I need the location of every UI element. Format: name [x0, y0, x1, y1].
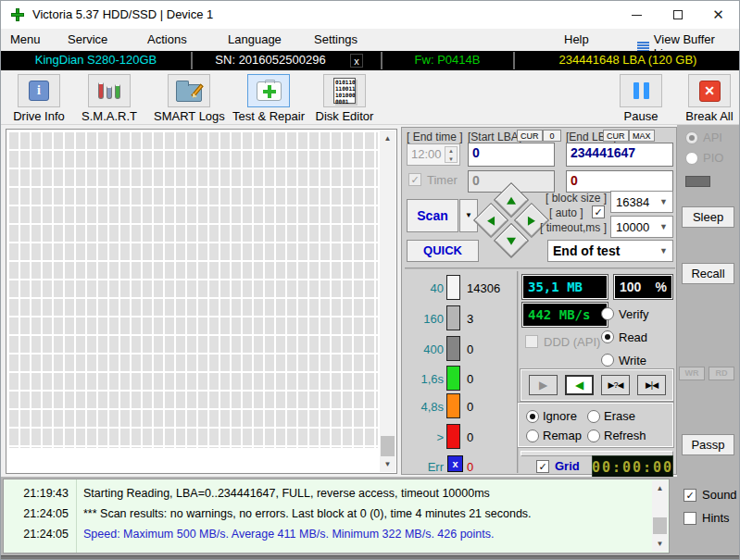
- folder-pencil-icon: [176, 84, 202, 102]
- grid-checkbox[interactable]: ✓: [536, 460, 549, 473]
- hints-label: Hints: [702, 511, 730, 525]
- stat-count-40: 14306: [467, 281, 500, 295]
- drive-info-button[interactable]: i Drive Info: [8, 74, 69, 123]
- minimize-button[interactable]: [616, 1, 658, 29]
- block-size-combo[interactable]: 16384 ▼: [610, 191, 673, 213]
- stat-label-1-6s: 1,6s: [407, 372, 444, 386]
- lba-offset-input[interactable]: 0: [566, 170, 673, 193]
- break-all-button[interactable]: ✕ Break All: [679, 74, 740, 123]
- api-label: API: [703, 131, 722, 144]
- log-scrollbar[interactable]: ▲ ▼: [652, 480, 668, 552]
- refresh-radio[interactable]: [587, 429, 600, 442]
- end-time-value: 12:00: [411, 147, 442, 161]
- timeout-combo[interactable]: 10000 ▼: [610, 216, 673, 238]
- seek-forward-button[interactable]: ▶: [529, 375, 558, 395]
- recall-button[interactable]: Recall: [682, 263, 734, 284]
- seek-back-button[interactable]: ◀: [565, 375, 594, 395]
- side-panel: API PIO Sleep Recall WR RD Passp: [677, 125, 740, 477]
- verify-radio[interactable]: [601, 307, 614, 320]
- device-model[interactable]: KingDian S280-120GB: [1, 53, 191, 67]
- menu-item-help[interactable]: Help: [564, 32, 589, 46]
- error-action-group: Ignore Erase Remap Refresh: [518, 403, 673, 447]
- err-x-icon: x: [452, 458, 458, 469]
- log-message: Speed: Maximum 500 MB/s. Average 411 MB/…: [83, 525, 495, 544]
- rd-button[interactable]: RD: [709, 367, 734, 380]
- read-radio[interactable]: [601, 330, 614, 343]
- scroll-up-icon[interactable]: ▲: [380, 131, 395, 146]
- end-lba-input[interactable]: 234441647: [566, 143, 673, 167]
- end-cur-button[interactable]: CUR: [603, 130, 629, 142]
- start-cur-button[interactable]: CUR: [517, 130, 543, 142]
- timeout-label: [ timeout,ms ]: [538, 221, 607, 234]
- seek-edge-icon: ▶|◀: [646, 380, 658, 390]
- device-tab-close-button[interactable]: x: [350, 54, 363, 68]
- stat-block-160: [446, 305, 460, 330]
- seek-edge-button[interactable]: ▶|◀: [637, 375, 666, 395]
- end-time-spinner[interactable]: 12:00 ▲▼: [407, 143, 460, 166]
- pio-radio[interactable]: [685, 152, 698, 165]
- smart-button[interactable]: S.M.A.R.T: [79, 74, 140, 123]
- wr-button[interactable]: WR: [679, 367, 705, 380]
- log-time: 21:24:05: [4, 525, 69, 544]
- app-icon: [11, 8, 24, 21]
- main-area: ▲ ▼ [ End time ] 12:00 ▲▼ [Start LBA] CU…: [1, 125, 739, 477]
- start-zero-button[interactable]: 0: [543, 130, 561, 142]
- erase-radio[interactable]: [587, 410, 600, 423]
- log-message: *** Scan results: no warnings, no errors…: [83, 504, 532, 524]
- read-label: Read: [619, 330, 647, 344]
- api-radio[interactable]: [685, 131, 698, 144]
- verify-label: Verify: [619, 307, 649, 321]
- device-info-bar: KingDian S280-120GB SN: 2016052500296 x …: [1, 51, 739, 70]
- close-button[interactable]: ✕: [697, 1, 739, 29]
- maximize-button[interactable]: [657, 1, 698, 29]
- start-lba-input[interactable]: 0: [468, 143, 555, 167]
- timer-label: Timer: [427, 173, 458, 187]
- stat-label-400: 400: [407, 342, 444, 356]
- smart-logs-button[interactable]: SMART Logs: [154, 74, 224, 123]
- grid-scrollbar[interactable]: ▲ ▼: [380, 131, 395, 472]
- pause-icon: [633, 82, 649, 99]
- ddd-api-checkbox[interactable]: [525, 335, 538, 348]
- disk-editor-label: Disk Editor: [312, 109, 377, 123]
- end-max-button[interactable]: MAX: [629, 130, 655, 142]
- scan-dropdown-button[interactable]: ▼: [459, 199, 478, 232]
- write-radio[interactable]: [601, 354, 614, 367]
- auto-checkbox[interactable]: ✓: [592, 205, 605, 218]
- log-scrollbar-thumb[interactable]: [653, 517, 667, 534]
- ignore-radio[interactable]: [526, 410, 539, 423]
- stat-count-400: 0: [467, 342, 473, 356]
- stat-count-err: 0: [467, 460, 473, 474]
- scroll-down-icon[interactable]: ▼: [652, 536, 668, 552]
- menu-item-language[interactable]: Language: [228, 32, 282, 46]
- scroll-down-icon[interactable]: ▼: [380, 456, 395, 472]
- stat-label-160: 160: [407, 312, 444, 326]
- end-of-test-combo[interactable]: End of test ▼: [547, 240, 673, 262]
- victoria-app-window: Victoria 5.37 HDD/SSD | Device 1 ✕ Menu …: [0, 0, 740, 560]
- hints-checkbox[interactable]: [684, 512, 696, 525]
- grid-scrollbar-thumb[interactable]: [381, 436, 395, 456]
- passp-button[interactable]: Passp: [682, 434, 734, 455]
- stat-count-4-8s: 0: [467, 400, 473, 414]
- menu-item-menu[interactable]: Menu: [10, 32, 41, 46]
- close-icon: ✕: [712, 6, 724, 23]
- test-repair-button[interactable]: Test & Repair: [231, 74, 307, 123]
- log-area: 21:19:43 Starting Reading, LBA=0..234441…: [1, 477, 739, 555]
- disk-editor-button[interactable]: 010110 110011 101000 0001 Disk Editor: [312, 74, 377, 123]
- stat-label-err: Err: [407, 460, 444, 474]
- menu-item-actions[interactable]: Actions: [147, 32, 187, 46]
- timer-checkbox[interactable]: ✓: [408, 173, 421, 186]
- remap-radio[interactable]: [526, 429, 539, 442]
- quick-button[interactable]: QUICK: [407, 240, 479, 262]
- spinner-arrows-icon[interactable]: ▲▼: [445, 146, 458, 163]
- seek-question-button[interactable]: ▶?◀: [601, 375, 630, 395]
- scan-button[interactable]: Scan: [407, 199, 458, 232]
- menu-item-service[interactable]: Service: [68, 32, 107, 46]
- pause-label: Pause: [610, 109, 671, 123]
- menu-item-settings[interactable]: Settings: [314, 32, 357, 46]
- sound-checkbox[interactable]: ✓: [684, 489, 696, 502]
- pause-button[interactable]: Pause: [610, 74, 671, 123]
- scroll-up-icon[interactable]: ▲: [652, 480, 668, 496]
- stat-label-gt: >: [407, 430, 444, 444]
- play-right-icon: ▶: [539, 379, 547, 392]
- sleep-button[interactable]: Sleep: [682, 206, 734, 228]
